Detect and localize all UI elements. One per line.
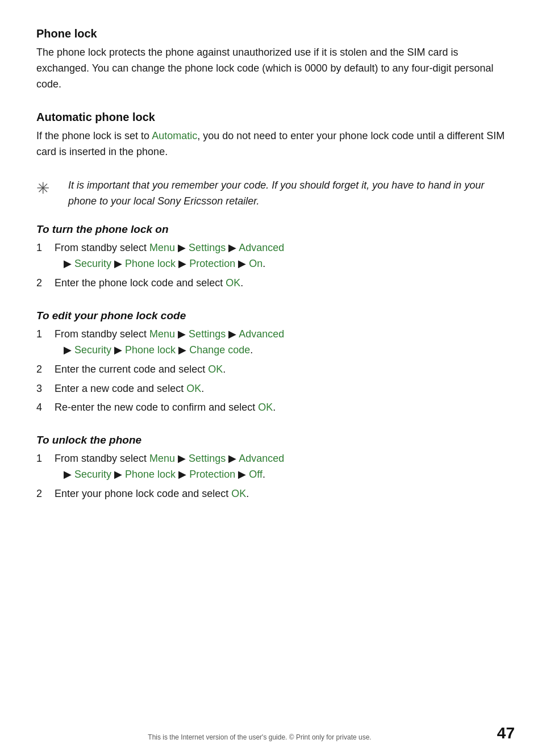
- edit-step2-ok: OK: [208, 364, 223, 375]
- unlock-section: To unlock the phone 1 From standby selec…: [36, 434, 506, 502]
- edit-step-num-1: 1: [36, 327, 48, 343]
- edit-code-section: To edit your phone lock code 1 From stan…: [36, 310, 506, 416]
- page-number: 47: [492, 724, 515, 742]
- step1-settings: Settings: [189, 242, 226, 253]
- step1-before: From standby select: [55, 242, 149, 253]
- unlock-step1-sub: ▶ Security ▶ Phone lock ▶ Protection ▶ O…: [55, 467, 506, 483]
- unlock-step1-advanced: Advanced: [239, 453, 284, 464]
- step1-sub: ▶ Security ▶ Phone lock ▶ Protection ▶ O…: [55, 256, 506, 272]
- unlock-step1-arr2: ▶: [226, 453, 239, 464]
- edit-step-num-3: 3: [36, 381, 48, 397]
- automatic-phone-lock-body: If the phone lock is set to Automatic, y…: [36, 128, 506, 160]
- page-footer: This is the Internet version of the user…: [0, 724, 542, 742]
- step1-menu: Menu: [149, 242, 175, 253]
- footer-text: This is the Internet version of the user…: [27, 733, 492, 742]
- phone-lock-body: The phone lock protects the phone agains…: [36, 45, 506, 93]
- auto-body-before: If the phone lock is set to: [36, 130, 152, 141]
- edit-step4-content: Re-enter the new code to confirm and sel…: [55, 400, 506, 416]
- unlock-step1-content: From standby select Menu ▶ Settings ▶ Ad…: [55, 451, 506, 483]
- edit-code-title: To edit your phone lock code: [36, 310, 506, 322]
- unlock-step1-protection: Protection: [189, 469, 235, 480]
- automatic-phone-lock-section: Automatic phone lock If the phone lock i…: [36, 111, 506, 160]
- turn-on-title: To turn the phone lock on: [36, 223, 506, 236]
- edit-step1-arr2: ▶: [226, 328, 239, 340]
- edit-step-1: 1 From standby select Menu ▶ Settings ▶ …: [36, 327, 506, 358]
- edit-step1-security: Security: [74, 344, 111, 356]
- step1-arr2: ▶: [226, 242, 239, 253]
- turn-on-step-1: 1 From standby select Menu ▶ Settings ▶ …: [36, 240, 506, 272]
- unlock-step1-arr1: ▶: [175, 453, 189, 464]
- step1-security: Security: [74, 258, 111, 269]
- unlock-steps: 1 From standby select Menu ▶ Settings ▶ …: [36, 451, 506, 502]
- step1-advanced: Advanced: [239, 242, 284, 253]
- unlock-step1-menu: Menu: [149, 453, 175, 464]
- automatic-phone-lock-title: Automatic phone lock: [36, 111, 506, 124]
- unlock-step-num-1: 1: [36, 451, 48, 467]
- step-num-1: 1: [36, 240, 48, 256]
- turn-on-step-2: 2 Enter the phone lock code and select O…: [36, 275, 506, 291]
- unlock-title: To unlock the phone: [36, 434, 506, 446]
- tip-text: It is important that you remember your c…: [68, 178, 506, 210]
- edit-step-num-2: 2: [36, 362, 48, 378]
- unlock-step1-off: Off: [249, 469, 262, 480]
- edit-step3-content: Enter a new code and select OK.: [55, 381, 506, 397]
- tip-box: ✳ It is important that you remember your…: [36, 178, 506, 210]
- tip-icon: ✳: [36, 179, 59, 198]
- edit-step1-phonelock: Phone lock: [125, 344, 176, 356]
- step1-protection: Protection: [189, 258, 235, 269]
- unlock-step1-phonelock: Phone lock: [125, 469, 176, 480]
- unlock-step1-before: From standby select: [55, 453, 149, 464]
- edit-step-3: 3 Enter a new code and select OK.: [36, 381, 506, 397]
- edit-step1-changecode: Change code: [189, 344, 250, 356]
- edit-step1-menu: Menu: [149, 328, 175, 340]
- step1-phonelock: Phone lock: [125, 258, 176, 269]
- step-2-content: Enter the phone lock code and select OK.: [55, 275, 506, 291]
- unlock-step-1: 1 From standby select Menu ▶ Settings ▶ …: [36, 451, 506, 483]
- edit-step1-settings: Settings: [189, 328, 226, 340]
- unlock-step2-content: Enter your phone lock code and select OK…: [55, 486, 506, 502]
- unlock-step-num-2: 2: [36, 486, 48, 502]
- edit-step4-ok: OK: [258, 402, 273, 413]
- edit-step1-content: From standby select Menu ▶ Settings ▶ Ad…: [55, 327, 506, 358]
- edit-step-4: 4 Re-enter the new code to confirm and s…: [36, 400, 506, 416]
- edit-step1-advanced: Advanced: [239, 328, 284, 340]
- page-content: Phone lock The phone lock protects the p…: [0, 0, 542, 566]
- unlock-step1-security: Security: [74, 469, 111, 480]
- edit-step1-arr1: ▶: [175, 328, 189, 340]
- phone-lock-title: Phone lock: [36, 27, 506, 40]
- edit-step1-before: From standby select: [55, 328, 149, 340]
- phone-lock-section: Phone lock The phone lock protects the p…: [36, 27, 506, 93]
- unlock-step1-settings: Settings: [189, 453, 226, 464]
- unlock-step2-ok: OK: [231, 488, 246, 499]
- step1-on: On: [249, 258, 262, 269]
- edit-step1-sub: ▶ Security ▶ Phone lock ▶ Change code.: [55, 343, 506, 358]
- edit-step-num-4: 4: [36, 400, 48, 416]
- step-num-2: 2: [36, 275, 48, 291]
- step-1-content: From standby select Menu ▶ Settings ▶ Ad…: [55, 240, 506, 272]
- step2-ok: OK: [226, 277, 240, 289]
- turn-on-steps: 1 From standby select Menu ▶ Settings ▶ …: [36, 240, 506, 291]
- turn-on-section: To turn the phone lock on 1 From standby…: [36, 223, 506, 291]
- edit-code-steps: 1 From standby select Menu ▶ Settings ▶ …: [36, 327, 506, 416]
- step1-arr1: ▶: [175, 242, 189, 253]
- auto-highlight: Automatic: [152, 130, 197, 141]
- edit-step3-ok: OK: [186, 383, 201, 394]
- edit-step2-content: Enter the current code and select OK.: [55, 362, 506, 378]
- edit-step-2: 2 Enter the current code and select OK.: [36, 362, 506, 378]
- unlock-step-2: 2 Enter your phone lock code and select …: [36, 486, 506, 502]
